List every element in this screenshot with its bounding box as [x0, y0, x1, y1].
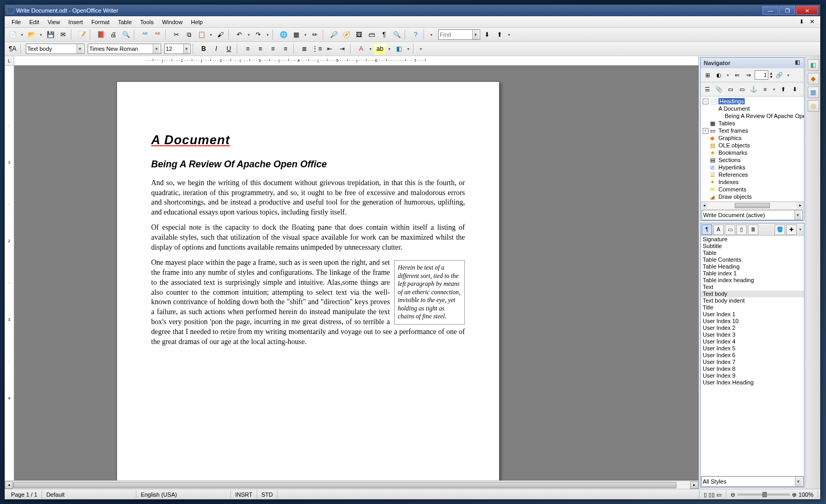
style-item[interactable]: Table index 1 — [701, 270, 804, 277]
find-toolbar-overflow[interactable]: ▾ — [506, 33, 512, 37]
scroll-right-button[interactable]: ▸ — [690, 481, 698, 489]
nav-onoff-arrow[interactable]: ▾ — [725, 73, 730, 78]
sidebar-tab-navigator[interactable]: ◎ — [808, 100, 819, 112]
nav-node-h-a[interactable]: A Document — [702, 105, 803, 112]
decrease-indent-button[interactable]: ⇤ — [324, 43, 335, 55]
status-zoom[interactable]: ⊖ ⊕ 100% — [726, 490, 818, 499]
datasources-button[interactable]: 🗃 — [366, 29, 377, 40]
update-icon[interactable]: ⬇ — [799, 18, 807, 26]
nav-node-graphics[interactable]: ◆Graphics — [702, 134, 803, 142]
nav-node-headings[interactable]: −📄Headings — [702, 98, 803, 105]
help-button[interactable]: ? — [410, 29, 421, 40]
status-selection-mode[interactable]: STD — [257, 490, 278, 499]
style-item[interactable]: Table — [701, 250, 804, 256]
styles-window-button[interactable]: ¶A — [7, 43, 18, 55]
style-item[interactable]: Table index heading — [701, 277, 804, 284]
spellcheck-button[interactable]: ᴬᴮ — [139, 29, 151, 40]
nav-node-draw[interactable]: ◢Draw objects — [702, 193, 803, 200]
nav-node-comments[interactable]: ✉Comments — [702, 186, 803, 193]
maximize-button[interactable]: ❐ — [779, 6, 795, 15]
style-item[interactable]: Table Heading — [701, 263, 804, 270]
highlight-button[interactable]: ab — [374, 43, 386, 55]
style-item[interactable]: Subtitle — [701, 243, 804, 250]
nav-anchor-button[interactable]: ⚓ — [748, 84, 759, 94]
navigator-tree[interactable]: −📄Headings A Document Being A Review Of … — [701, 96, 804, 201]
nav-dragmode-arrow[interactable]: ▾ — [786, 73, 791, 78]
nav-node-h-b[interactable]: Being A Review Of Apache Ope — [702, 112, 803, 120]
new-style-button[interactable]: ✚ — [786, 224, 797, 235]
style-item[interactable]: Signature — [701, 236, 804, 243]
open-button[interactable]: 📂 — [26, 29, 37, 40]
bgcolor-arrow[interactable]: ▾ — [406, 47, 411, 51]
style-item[interactable]: Text body indent — [701, 297, 804, 304]
nav-dragmode-button[interactable]: 🔗 — [774, 70, 785, 80]
status-style[interactable]: Default — [42, 490, 136, 499]
nav-node-textframes[interactable]: +▭Text frames — [702, 127, 803, 134]
export-pdf-button[interactable]: 📕 — [95, 29, 107, 40]
align-right-button[interactable]: ≡ — [267, 43, 279, 55]
vertical-ruler[interactable]: · 1 · 2 · 3 · 4 — [5, 66, 14, 480]
format-paintbrush-button[interactable]: 🖌 — [215, 29, 226, 40]
nav-node-tables[interactable]: ▦Tables — [702, 120, 803, 127]
find-next-button[interactable]: ⬇ — [481, 29, 493, 40]
nav-header-button[interactable]: ▭ — [725, 84, 736, 94]
fmt-overflow[interactable]: ▾ — [418, 47, 423, 51]
document-canvas[interactable]: A Document Being A Review Of Apache Open… — [14, 66, 698, 480]
style-item[interactable]: Text — [701, 284, 804, 291]
bgcolor-button[interactable]: ◧ — [393, 43, 405, 55]
font-name-input[interactable] — [89, 46, 153, 52]
menu-help[interactable]: Help — [187, 18, 207, 26]
nav-heading-levels-button[interactable]: ≡ — [760, 84, 770, 94]
expand-icon[interactable]: + — [703, 128, 708, 134]
numbering-button[interactable]: ≣ — [299, 43, 310, 55]
show-draw-button[interactable]: ✏ — [309, 29, 321, 40]
hscroll-thumb[interactable] — [13, 482, 676, 488]
style-item[interactable]: User Index 6 — [701, 352, 804, 359]
nav-node-bookmarks[interactable]: ★Bookmarks — [702, 149, 803, 156]
nav-contentview-button[interactable]: ☰ — [702, 84, 713, 94]
increase-indent-button[interactable]: ⇥ — [336, 43, 348, 55]
align-center-button[interactable]: ≡ — [255, 43, 266, 55]
style-item[interactable]: Title — [701, 304, 804, 311]
paste-dropdown[interactable]: ▾ — [208, 33, 214, 37]
font-color-arrow[interactable]: ▾ — [368, 47, 373, 51]
doc-heading-2[interactable]: Being A Review Of Apache Open Office — [151, 158, 465, 170]
font-size-arrow[interactable]: ▾ — [183, 44, 189, 53]
font-size-combo[interactable]: ▾ — [164, 44, 190, 54]
email-button[interactable]: ✉ — [57, 29, 69, 40]
character-styles-button[interactable]: A — [713, 224, 724, 235]
navigator-hscroll[interactable]: ◂ ▸ — [701, 201, 804, 209]
paste-button[interactable]: 📋 — [196, 29, 207, 40]
paragraph-style-arrow[interactable]: ▾ — [77, 44, 83, 53]
toolbar-overflow[interactable]: ▾ — [429, 33, 434, 37]
style-filter-input[interactable] — [703, 478, 795, 485]
copy-button[interactable]: ⧉ — [183, 29, 195, 40]
close-button[interactable]: ✕ — [796, 6, 818, 15]
preview-button[interactable]: 🔍 — [120, 29, 132, 40]
nav-node-ole[interactable]: ▨OLE objects — [702, 142, 803, 149]
find-input[interactable] — [440, 31, 472, 38]
nav-next-button[interactable]: ⇒ — [743, 70, 754, 80]
align-justify-button[interactable]: ≡ — [280, 43, 291, 55]
nonprinting-button[interactable]: ¶ — [378, 29, 390, 40]
redo-button[interactable]: ↷ — [252, 29, 264, 40]
menu-edit[interactable]: Edit — [26, 18, 43, 26]
nav-footer-button[interactable]: ▭ — [737, 84, 747, 94]
find-combo[interactable]: ▾ — [438, 29, 480, 40]
status-page[interactable]: Page 1 / 1 — [7, 490, 42, 499]
font-color-button[interactable]: A — [355, 43, 367, 55]
nav-promote-button[interactable]: ⬆ — [778, 84, 788, 94]
table-button[interactable]: ▦ — [290, 29, 302, 40]
nav-set-reminder-button[interactable]: 📎 — [714, 84, 724, 94]
list-styles-button[interactable]: ≣ — [748, 224, 758, 235]
style-item[interactable]: User Index 8 — [701, 366, 804, 372]
status-view-layout[interactable]: ▯ ▯▯ ▭ — [700, 490, 726, 499]
navigator-doc-combo[interactable]: ▾ — [702, 210, 803, 220]
nav-node-sections[interactable]: ▤Sections — [702, 156, 803, 164]
find-dropdown-arrow[interactable]: ▾ — [472, 30, 479, 39]
status-language[interactable]: English (USA) — [136, 490, 231, 499]
menu-table[interactable]: Table — [114, 18, 135, 26]
nav-hscroll-thumb[interactable] — [735, 203, 770, 208]
minimize-button[interactable]: — — [763, 6, 778, 15]
navigator-button[interactable]: 🧭 — [341, 29, 352, 40]
